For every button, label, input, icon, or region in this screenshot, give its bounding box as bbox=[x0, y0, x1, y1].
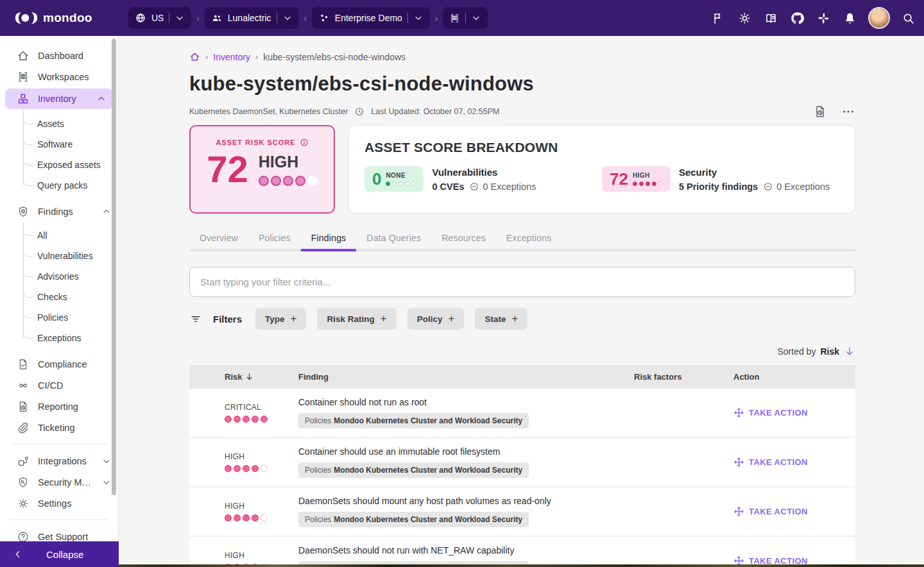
sort-control[interactable]: Sorted by Risk bbox=[189, 346, 855, 357]
sidebar-item-integrations[interactable]: Integrations bbox=[0, 450, 118, 471]
table-row[interactable]: HIGH Container should use an immutable r… bbox=[189, 438, 855, 487]
chevron-up-icon[interactable] bbox=[101, 207, 112, 217]
vulnerabilities-dots bbox=[386, 182, 416, 186]
policy-chip: Policies Mondoo Kubernetes Cluster and W… bbox=[298, 512, 529, 527]
take-action-button[interactable]: TAKE ACTION bbox=[733, 457, 855, 468]
chevron-up-icon[interactable] bbox=[96, 94, 107, 104]
notifications-bell-icon[interactable] bbox=[843, 12, 857, 25]
chevron-down-icon[interactable] bbox=[175, 13, 185, 23]
globe-icon bbox=[135, 12, 146, 24]
sidebar-collapse-button[interactable]: Collapse bbox=[0, 541, 119, 567]
report-icon-button[interactable] bbox=[813, 105, 827, 119]
mondoo-logo[interactable]: mondoo bbox=[15, 10, 128, 26]
filters-row: Filters Type+ Risk Rating+ Policy+ State… bbox=[189, 308, 855, 330]
breadcrumb-inventory-link[interactable]: Inventory bbox=[213, 52, 250, 62]
sidebar-item-exposed-assets[interactable]: Exposed assets bbox=[23, 155, 118, 175]
sidebar-item-policies[interactable]: Policies bbox=[23, 307, 118, 328]
sidebar-item-findings[interactable]: Findings bbox=[0, 201, 118, 222]
workspaces-icon bbox=[17, 71, 30, 83]
table-row[interactable]: CRITICAL Container should not run as roo… bbox=[189, 389, 855, 438]
risk-rating-label: HIGH bbox=[225, 551, 298, 560]
sort-direction-arrow-icon[interactable] bbox=[844, 346, 855, 357]
filter-chip-state[interactable]: State+ bbox=[475, 308, 527, 330]
region-dropdown[interactable]: US bbox=[128, 7, 191, 29]
org-dropdown[interactable]: Lunalectric bbox=[205, 7, 299, 29]
sidebar-item-settings[interactable]: Settings bbox=[0, 493, 118, 514]
sidebar-item-compliance[interactable]: Compliance bbox=[0, 353, 118, 375]
sidebar-item-inventory[interactable]: Inventory bbox=[5, 89, 113, 109]
vulnerabilities-score-badge: 0 NONE bbox=[364, 166, 424, 192]
risk-dots bbox=[225, 416, 298, 423]
ticketing-paperclip-icon bbox=[17, 421, 30, 434]
chevron-down-icon[interactable] bbox=[413, 13, 424, 23]
sidebar-item-software[interactable]: Software bbox=[23, 134, 118, 155]
take-action-button[interactable]: TAKE ACTION bbox=[733, 506, 855, 517]
tab-resources[interactable]: Resources bbox=[431, 226, 496, 249]
sidebar-item-dashboard[interactable]: Dashboard bbox=[0, 45, 118, 66]
user-avatar[interactable] bbox=[869, 8, 889, 28]
info-icon[interactable] bbox=[300, 138, 309, 147]
sidebar-item-exceptions[interactable]: Exceptions bbox=[23, 328, 118, 348]
sidebar-item-ticketing[interactable]: Ticketing bbox=[0, 417, 118, 438]
header-action: Action bbox=[733, 372, 855, 382]
github-icon[interactable] bbox=[791, 12, 804, 25]
minus-circle-icon bbox=[763, 182, 773, 192]
top-bar: mondoo US › Lunalectric › Enterprise Dem… bbox=[0, 0, 924, 36]
header-risk[interactable]: Risk bbox=[189, 372, 298, 382]
table-row[interactable]: HIGH DaemonSets should mount any host pa… bbox=[189, 487, 855, 537]
region-label: US bbox=[151, 13, 164, 23]
chevron-down-icon[interactable] bbox=[101, 456, 112, 466]
filter-chip-risk-rating[interactable]: Risk Rating+ bbox=[317, 308, 396, 330]
sidebar-item-assets[interactable]: Assets bbox=[23, 114, 118, 134]
asset-scope-dropdown[interactable] bbox=[443, 7, 488, 29]
take-action-button[interactable]: TAKE ACTION bbox=[733, 407, 855, 418]
chevron-down-icon[interactable] bbox=[282, 13, 293, 23]
plus-icon: + bbox=[291, 312, 297, 325]
theme-toggle-icon[interactable] bbox=[738, 12, 751, 25]
slack-icon[interactable] bbox=[817, 12, 830, 25]
org-label: Lunalectric bbox=[228, 13, 271, 23]
sidebar-scrollbar[interactable] bbox=[112, 38, 116, 495]
sidebar-item-checks[interactable]: Checks bbox=[23, 287, 118, 307]
security-entry: 72 HIGH Security 5 Priority findings bbox=[602, 166, 839, 192]
docs-book-icon[interactable] bbox=[764, 12, 778, 25]
tab-policies[interactable]: Policies bbox=[248, 226, 301, 249]
sidebar-item-all[interactable]: All bbox=[23, 225, 118, 246]
sidebar-item-label: Integrations bbox=[38, 456, 87, 466]
space-dropdown[interactable]: Enterprise Demo bbox=[312, 7, 430, 29]
sidebar-item-advisories[interactable]: Advisories bbox=[23, 266, 118, 287]
filter-chip-policy[interactable]: Policy+ bbox=[407, 308, 465, 330]
table-row[interactable]: HIGH DaemonSets should not run with NET_… bbox=[189, 537, 855, 567]
filter-chip-type[interactable]: Type+ bbox=[255, 308, 306, 330]
sidebar-item-workspaces[interactable]: Workspaces bbox=[0, 66, 118, 87]
risk-score-label: ASSET RISK SCORE bbox=[216, 139, 295, 146]
breadcrumb: › Inventory › kube-system/ebs-csi-node-w… bbox=[189, 36, 855, 62]
sidebar-item-reporting[interactable]: Reporting bbox=[0, 396, 118, 417]
scope-separator: › bbox=[304, 13, 307, 23]
minus-circle-icon bbox=[469, 182, 479, 192]
tab-exceptions[interactable]: Exceptions bbox=[496, 226, 561, 249]
filter-criteria-input[interactable] bbox=[189, 267, 855, 297]
security-score: 72 bbox=[610, 171, 628, 187]
tab-data-queries[interactable]: Data Queries bbox=[356, 226, 431, 249]
sidebar-item-query-packs[interactable]: Query packs bbox=[23, 175, 118, 196]
sidebar-item-security-model[interactable]: Security Mo... bbox=[0, 471, 118, 493]
sidebar-item-cicd[interactable]: CI/CD bbox=[0, 375, 118, 396]
tab-findings[interactable]: Findings bbox=[301, 226, 357, 249]
main-content: › Inventory › kube-system/ebs-csi-node-w… bbox=[119, 36, 924, 567]
cves-count: 0 CVEs bbox=[432, 182, 464, 192]
chevron-down-icon[interactable] bbox=[471, 13, 481, 23]
asset-tabs: Overview Policies Findings Data Queries … bbox=[189, 226, 855, 251]
home-breadcrumb-icon[interactable] bbox=[189, 51, 200, 62]
search-icon[interactable] bbox=[902, 12, 915, 25]
inventory-subtree: Assets Software Exposed assets Query pac… bbox=[23, 110, 118, 201]
scope-separator: › bbox=[196, 13, 199, 23]
sidebar-item-vulnerabilities[interactable]: Vulnerabilities bbox=[23, 246, 118, 266]
clock-icon bbox=[354, 106, 364, 117]
collapse-label: Collapse bbox=[46, 549, 83, 560]
flag-icon[interactable] bbox=[712, 12, 725, 25]
tab-overview[interactable]: Overview bbox=[189, 226, 248, 249]
security-rating: HIGH bbox=[633, 172, 663, 179]
more-options-icon[interactable] bbox=[841, 105, 855, 119]
chevron-down-icon[interactable] bbox=[101, 477, 112, 487]
